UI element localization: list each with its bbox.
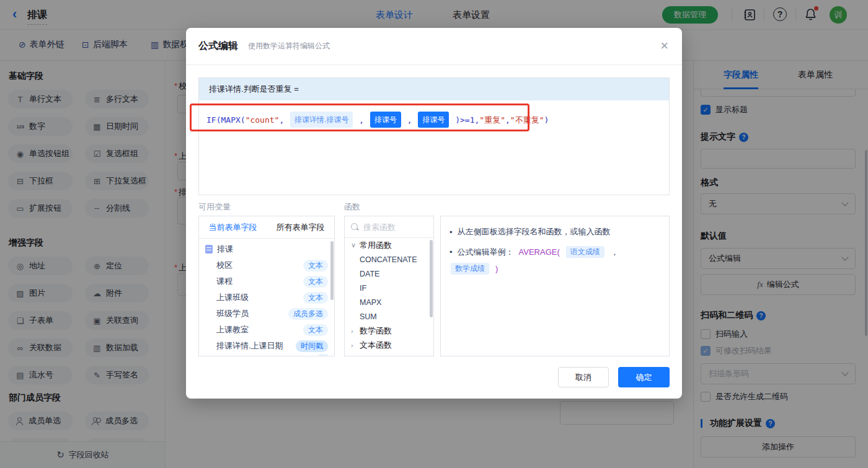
formula-edit-modal: 公式编辑 使用数学运算符编辑公式 × 排课详情.判断是否重复 = IF(MAPX…	[186, 28, 682, 399]
tab-current-form-fields[interactable]: 当前表单字段	[209, 222, 257, 233]
variable-name: 上课班级	[216, 292, 303, 303]
example-field-chip: 数学成绩	[451, 263, 489, 275]
function-group-数学函数[interactable]: ›数学函数	[345, 324, 433, 338]
function-item-IF[interactable]: IF	[345, 281, 433, 295]
variables-panel: 当前表单字段 所有表单字段 排课校区文本课程文本上课班级文本班级学员成员多选上课…	[198, 216, 335, 356]
tip-line-2: • 公式编辑举例：AVERAGE( 语文成绩 ， 数学成绩 )	[450, 246, 660, 275]
variable-name: 班级学员	[216, 308, 288, 319]
variable-row-clipped[interactable]	[199, 354, 334, 356]
formula-target: 排课详情.判断是否重复 =	[199, 78, 669, 100]
function-search-input[interactable]	[363, 223, 419, 232]
function-item-SUM[interactable]: SUM	[345, 309, 433, 324]
function-group-label: 数学函数	[360, 325, 392, 337]
type-badge: 文本	[303, 292, 328, 304]
type-badge: 文本	[303, 260, 328, 272]
type-badge: 文本	[303, 324, 328, 336]
variables-scrollbar[interactable]	[330, 241, 334, 300]
function-group-label: 文本函数	[360, 340, 392, 351]
formula-token: ,	[279, 115, 289, 125]
close-icon[interactable]: ×	[660, 39, 668, 53]
form-doc-icon	[205, 245, 213, 254]
type-badge: 时间戳	[296, 340, 328, 352]
formula-editor: 排课详情.判断是否重复 = IF(MAPX("count", 排课详情.排课号 …	[198, 77, 670, 195]
tip-line-1: • 从左侧面板选择字段名和函数，或输入函数	[450, 226, 660, 237]
cancel-button[interactable]: 取消	[558, 367, 609, 387]
formula-tips: • 从左侧面板选择字段名和函数，或输入函数 • 公式编辑举例：AVERAGE( …	[440, 216, 670, 356]
variable-row-课程[interactable]: 课程文本	[199, 273, 334, 289]
functions-scrollbar[interactable]	[430, 240, 433, 317]
field-chip[interactable]: 排课详情.排课号	[290, 112, 353, 128]
formula-token: ,	[354, 115, 368, 125]
field-chip[interactable]: 排课号	[418, 112, 449, 128]
formula-token: )>=1,	[450, 115, 479, 125]
formula-token: "重复"	[479, 115, 505, 125]
function-group-文本函数[interactable]: ›文本函数	[345, 338, 433, 352]
function-item-MAPX[interactable]: MAPX	[345, 295, 433, 309]
formula-token: ,	[505, 115, 510, 125]
function-item-DATE[interactable]: DATE	[345, 267, 433, 281]
variable-row-上课教室[interactable]: 上课教室文本	[199, 322, 334, 338]
variable-row-班级学员[interactable]: 班级学员成员多选	[199, 306, 334, 322]
formula-expression[interactable]: IF(MAPX("count", 排课详情.排课号 , 排课号 , 排课号 )>…	[206, 112, 662, 128]
chevron-right-icon: ›	[351, 342, 360, 349]
modal-title: 公式编辑	[198, 40, 238, 53]
type-badge: 成员多选	[288, 308, 328, 320]
variable-name: 上课教室	[216, 324, 303, 335]
variables-label: 可用变量	[198, 201, 231, 213]
example-field-chip: 语文成绩	[566, 246, 604, 258]
modal-header: 公式编辑 使用数学运算符编辑公式 ×	[186, 28, 682, 65]
function-group-label: 常用函数	[360, 240, 392, 251]
formula-token: IF(MAPX(	[206, 115, 246, 125]
function-group-常用函数[interactable]: ∨常用函数	[345, 238, 433, 252]
type-badge: 文本	[303, 276, 328, 288]
chevron-right-icon: ›	[351, 327, 360, 335]
variable-row-排课详情.上课日期[interactable]: 排课详情.上课日期时间戳	[199, 338, 334, 354]
chevron-down-icon: ∨	[351, 241, 360, 249]
formula-token: "count"	[246, 115, 280, 125]
modal-subtitle: 使用数学运算符编辑公式	[248, 41, 330, 51]
formula-token: ,	[402, 115, 417, 125]
formula-token: )	[544, 115, 549, 125]
functions-label: 函数	[344, 201, 360, 213]
functions-panel: ∨常用函数CONCATENATEDATEIFMAPXSUM›数学函数›文本函数	[344, 216, 434, 356]
variable-name: 排课详情.上课日期	[216, 340, 296, 351]
field-chip[interactable]: 排课号	[370, 112, 401, 128]
tab-all-form-fields[interactable]: 所有表单字段	[277, 222, 325, 233]
variable-name: 校区	[216, 260, 303, 271]
variable-row-校区[interactable]: 校区文本	[199, 257, 334, 273]
function-item-CONCATENATE[interactable]: CONCATENATE	[345, 252, 433, 267]
search-icon	[351, 223, 359, 231]
variable-name: 课程	[216, 276, 303, 287]
app-screen: ‹ 排课 表单设计 表单设置 数据管理 ? 训 ⊘表单外链⊡后端脚本▥数据权限 …	[0, 0, 868, 468]
function-search	[345, 216, 433, 238]
variable-root-row[interactable]: 排课	[199, 241, 334, 257]
confirm-button[interactable]: 确定	[618, 367, 670, 387]
formula-input-area[interactable]: IF(MAPX("count", 排课详情.排课号 , 排课号 , 排课号 )>…	[199, 100, 669, 195]
variables-tabs: 当前表单字段 所有表单字段	[199, 216, 334, 239]
formula-token: "不重复"	[510, 115, 544, 125]
variable-row-上课班级[interactable]: 上课班级文本	[199, 289, 334, 306]
